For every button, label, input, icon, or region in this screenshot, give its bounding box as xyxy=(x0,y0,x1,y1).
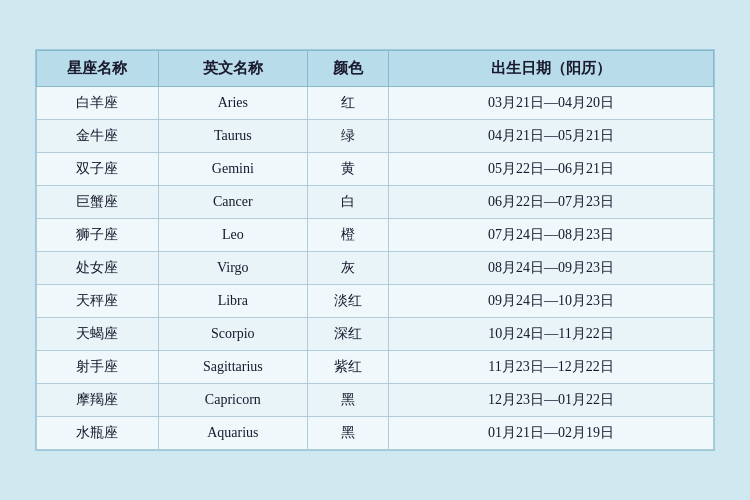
cell-english: Cancer xyxy=(158,186,307,219)
cell-date: 10月24日—11月22日 xyxy=(389,318,714,351)
header-color: 颜色 xyxy=(307,51,388,87)
cell-english: Aries xyxy=(158,87,307,120)
cell-chinese: 处女座 xyxy=(37,252,159,285)
cell-english: Scorpio xyxy=(158,318,307,351)
cell-date: 08月24日—09月23日 xyxy=(389,252,714,285)
table-header-row: 星座名称 英文名称 颜色 出生日期（阳历） xyxy=(37,51,714,87)
cell-date: 06月22日—07月23日 xyxy=(389,186,714,219)
table-row: 天秤座Libra淡红09月24日—10月23日 xyxy=(37,285,714,318)
cell-color: 白 xyxy=(307,186,388,219)
cell-english: Gemini xyxy=(158,153,307,186)
cell-color: 红 xyxy=(307,87,388,120)
cell-date: 11月23日—12月22日 xyxy=(389,351,714,384)
cell-english: Sagittarius xyxy=(158,351,307,384)
cell-date: 05月22日—06月21日 xyxy=(389,153,714,186)
cell-english: Aquarius xyxy=(158,417,307,450)
table-row: 双子座Gemini黄05月22日—06月21日 xyxy=(37,153,714,186)
table-row: 白羊座Aries红03月21日—04月20日 xyxy=(37,87,714,120)
cell-date: 03月21日—04月20日 xyxy=(389,87,714,120)
cell-color: 灰 xyxy=(307,252,388,285)
cell-color: 绿 xyxy=(307,120,388,153)
table-row: 水瓶座Aquarius黑01月21日—02月19日 xyxy=(37,417,714,450)
zodiac-table-container: 星座名称 英文名称 颜色 出生日期（阳历） 白羊座Aries红03月21日—04… xyxy=(35,49,715,451)
cell-date: 09月24日—10月23日 xyxy=(389,285,714,318)
cell-chinese: 金牛座 xyxy=(37,120,159,153)
cell-color: 黄 xyxy=(307,153,388,186)
table-row: 狮子座Leo橙07月24日—08月23日 xyxy=(37,219,714,252)
cell-chinese: 天秤座 xyxy=(37,285,159,318)
cell-english: Taurus xyxy=(158,120,307,153)
table-row: 处女座Virgo灰08月24日—09月23日 xyxy=(37,252,714,285)
cell-english: Leo xyxy=(158,219,307,252)
header-chinese: 星座名称 xyxy=(37,51,159,87)
cell-color: 深红 xyxy=(307,318,388,351)
table-row: 摩羯座Capricorn黑12月23日—01月22日 xyxy=(37,384,714,417)
cell-date: 01月21日—02月19日 xyxy=(389,417,714,450)
cell-color: 紫红 xyxy=(307,351,388,384)
cell-color: 橙 xyxy=(307,219,388,252)
table-row: 巨蟹座Cancer白06月22日—07月23日 xyxy=(37,186,714,219)
cell-english: Virgo xyxy=(158,252,307,285)
cell-color: 黑 xyxy=(307,384,388,417)
header-date: 出生日期（阳历） xyxy=(389,51,714,87)
table-row: 射手座Sagittarius紫红11月23日—12月22日 xyxy=(37,351,714,384)
cell-chinese: 白羊座 xyxy=(37,87,159,120)
table-row: 金牛座Taurus绿04月21日—05月21日 xyxy=(37,120,714,153)
cell-color: 淡红 xyxy=(307,285,388,318)
header-english: 英文名称 xyxy=(158,51,307,87)
cell-chinese: 天蝎座 xyxy=(37,318,159,351)
zodiac-table: 星座名称 英文名称 颜色 出生日期（阳历） 白羊座Aries红03月21日—04… xyxy=(36,50,714,450)
cell-date: 07月24日—08月23日 xyxy=(389,219,714,252)
cell-date: 04月21日—05月21日 xyxy=(389,120,714,153)
cell-english: Libra xyxy=(158,285,307,318)
cell-chinese: 摩羯座 xyxy=(37,384,159,417)
cell-english: Capricorn xyxy=(158,384,307,417)
cell-chinese: 狮子座 xyxy=(37,219,159,252)
cell-date: 12月23日—01月22日 xyxy=(389,384,714,417)
table-row: 天蝎座Scorpio深红10月24日—11月22日 xyxy=(37,318,714,351)
cell-chinese: 双子座 xyxy=(37,153,159,186)
cell-chinese: 水瓶座 xyxy=(37,417,159,450)
cell-chinese: 射手座 xyxy=(37,351,159,384)
cell-color: 黑 xyxy=(307,417,388,450)
cell-chinese: 巨蟹座 xyxy=(37,186,159,219)
